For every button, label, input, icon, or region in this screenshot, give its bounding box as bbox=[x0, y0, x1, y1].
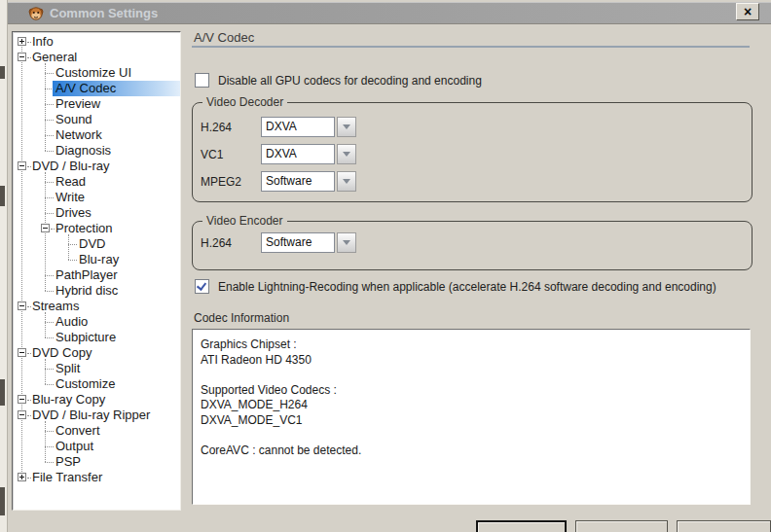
tree-item-read[interactable]: Read bbox=[13, 174, 180, 190]
title-bar[interactable]: Common Settings bbox=[8, 2, 771, 24]
collapse-icon[interactable] bbox=[18, 53, 26, 61]
collapse-icon[interactable] bbox=[18, 348, 26, 357]
tree-item-label: DVD / Blu-ray Ripper bbox=[29, 408, 153, 423]
codec-row-h-264: H.264Software bbox=[201, 232, 752, 253]
dropdown-value[interactable]: Software bbox=[261, 232, 335, 253]
tree-item-a-v-codec[interactable]: A/V Codec bbox=[13, 81, 180, 96]
tree-item-label: Output bbox=[53, 439, 96, 454]
background-window-fragment bbox=[0, 487, 5, 515]
tree-item-split[interactable]: Split bbox=[13, 361, 180, 376]
dropdown-button[interactable] bbox=[337, 144, 356, 164]
tree-item-psp[interactable]: PSP bbox=[13, 454, 180, 470]
background-window-fragment bbox=[0, 66, 5, 79]
tree-item-dvd-blu-ray-ripper[interactable]: DVD / Blu-ray Ripper bbox=[13, 408, 180, 423]
dropdown-vc1[interactable]: DXVA bbox=[261, 144, 356, 164]
video-decoder-rows: H.264DXVAVC1DXVAMPEG2Software bbox=[193, 103, 752, 192]
tree-item-label: Network bbox=[53, 127, 105, 143]
video-decoder-group: Video Decoder H.264DXVAVC1DXVAMPEG2Softw… bbox=[192, 102, 753, 202]
tree-item-write[interactable]: Write bbox=[13, 190, 180, 205]
tree-item-label: Read bbox=[53, 174, 89, 190]
video-decoder-group-title: Video Decoder bbox=[202, 95, 287, 109]
tree-item-label: Write bbox=[53, 190, 88, 205]
collapse-icon[interactable] bbox=[18, 410, 26, 419]
tree-item-label: Preview bbox=[53, 96, 103, 112]
codec-info-line: Graphics Chipset : bbox=[201, 337, 744, 353]
expand-icon[interactable] bbox=[18, 37, 26, 46]
tree-item-label: Blu-ray Copy bbox=[29, 392, 108, 408]
tree-item-drives[interactable]: Drives bbox=[13, 205, 180, 221]
collapse-icon[interactable] bbox=[18, 395, 26, 404]
bottom-button-2[interactable] bbox=[575, 520, 668, 532]
collapse-icon[interactable] bbox=[41, 224, 50, 232]
tree-item-subpicture[interactable]: Subpicture bbox=[13, 330, 180, 345]
disable-gpu-codecs-row: Disable all GPU codecs for decoding and … bbox=[195, 73, 482, 88]
tree-item-customize[interactable]: Customize bbox=[13, 376, 180, 392]
tree-item-diagnosis[interactable]: Diagnosis bbox=[13, 143, 180, 159]
background-window-edge bbox=[0, 0, 8, 532]
lightning-recoding-checkbox[interactable] bbox=[195, 279, 209, 294]
codec-info-line: Supported Video Codecs : bbox=[201, 383, 744, 399]
tree-item-dvd-blu-ray[interactable]: DVD / Blu-ray bbox=[13, 159, 180, 174]
dropdown-value[interactable]: Software bbox=[261, 171, 335, 192]
codec-information-title: Codec Information bbox=[194, 311, 289, 325]
codec-row-mpeg2: MPEG2Software bbox=[201, 171, 752, 192]
codec-label: VC1 bbox=[201, 148, 261, 161]
collapse-icon[interactable] bbox=[18, 301, 26, 310]
codec-row-h-264: H.264DXVA bbox=[201, 117, 752, 137]
tree-item-streams[interactable]: Streams bbox=[13, 299, 180, 314]
tree-item-convert[interactable]: Convert bbox=[13, 423, 180, 439]
tree-item-blu-ray[interactable]: Blu-ray bbox=[13, 252, 180, 267]
tree-item-label: Diagnosis bbox=[53, 143, 114, 159]
dropdown-value[interactable]: DXVA bbox=[261, 117, 335, 137]
codec-info-line: DXVA_MODE_H264 bbox=[201, 398, 744, 413]
close-button[interactable]: × bbox=[736, 3, 759, 20]
collapse-icon[interactable] bbox=[18, 161, 26, 170]
dropdown-button[interactable] bbox=[337, 117, 356, 137]
tree-item-label: Protection bbox=[53, 221, 116, 236]
tree-item-label: Audio bbox=[53, 314, 91, 330]
dropdown-h-264[interactable]: DXVA bbox=[261, 117, 356, 137]
tree-item-label: Convert bbox=[53, 423, 103, 439]
tree-item-info[interactable]: Info bbox=[13, 34, 180, 50]
tree-item-label: Customize bbox=[53, 376, 118, 392]
settings-tree[interactable]: InfoGeneralCustomize UIA/V CodecPreviewS… bbox=[12, 31, 181, 511]
disable-gpu-codecs-checkbox[interactable] bbox=[195, 73, 209, 88]
tree-item-preview[interactable]: Preview bbox=[13, 96, 180, 112]
dropdown-button[interactable] bbox=[337, 232, 356, 253]
tree-item-label: PathPlayer bbox=[53, 267, 121, 283]
tree-item-label: DVD bbox=[76, 236, 108, 252]
tree-item-sound[interactable]: Sound bbox=[13, 112, 180, 127]
dropdown-button[interactable] bbox=[337, 171, 356, 192]
tree-item-label: General bbox=[29, 50, 80, 65]
dropdown-mpeg2[interactable]: Software bbox=[261, 171, 356, 192]
background-window-fragment bbox=[0, 186, 5, 206]
dropdown-h-264[interactable]: Software bbox=[261, 232, 356, 253]
tree-item-protection[interactable]: Protection bbox=[13, 221, 180, 236]
tree-item-label: DVD Copy bbox=[29, 345, 94, 361]
lightning-recoding-label: Enable Lightning-Recoding when applicabl… bbox=[218, 280, 716, 294]
tree-item-label: Info bbox=[29, 34, 56, 50]
tree-item-label: Sound bbox=[53, 112, 95, 127]
expand-icon[interactable] bbox=[18, 473, 26, 481]
tree-item-general[interactable]: General bbox=[13, 50, 180, 65]
tree-item-output[interactable]: Output bbox=[13, 439, 180, 454]
tree-item-network[interactable]: Network bbox=[13, 127, 180, 143]
app-icon bbox=[28, 6, 44, 21]
tree-item-label: Streams bbox=[29, 299, 82, 314]
window-title: Common Settings bbox=[50, 6, 158, 20]
bottom-button-3[interactable] bbox=[677, 520, 771, 532]
video-encoder-group-title: Video Encoder bbox=[202, 214, 287, 228]
tree-item-file-transfer[interactable]: File Transfer bbox=[13, 470, 180, 485]
video-encoder-group: Video Encoder H.264Software bbox=[192, 221, 753, 270]
tree-item-dvd[interactable]: DVD bbox=[13, 236, 180, 252]
tree-item-blu-ray-copy[interactable]: Blu-ray Copy bbox=[13, 392, 180, 408]
tree-item-hybrid-disc[interactable]: Hybrid disc bbox=[13, 283, 180, 299]
bottom-button-1[interactable] bbox=[476, 520, 567, 532]
tree-item-pathplayer[interactable]: PathPlayer bbox=[13, 267, 180, 283]
chevron-down-icon bbox=[343, 179, 350, 184]
dropdown-value[interactable]: DXVA bbox=[261, 144, 335, 164]
tree-item-audio[interactable]: Audio bbox=[13, 314, 180, 330]
tree-item-dvd-copy[interactable]: DVD Copy bbox=[13, 345, 180, 361]
codec-info-line: ATI Radeon HD 4350 bbox=[201, 353, 744, 369]
tree-item-customize-ui[interactable]: Customize UI bbox=[13, 65, 180, 81]
